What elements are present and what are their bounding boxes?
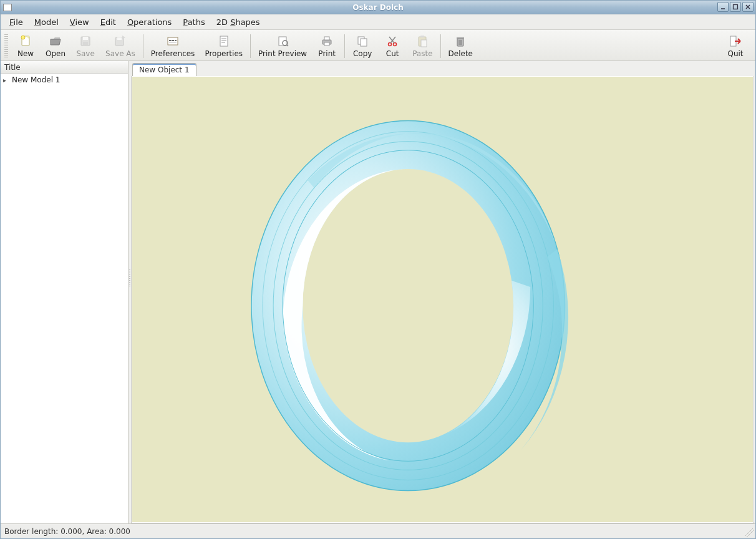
svg-rect-1: [734, 5, 738, 9]
maximize-button[interactable]: [730, 2, 741, 12]
close-icon: [745, 4, 751, 10]
paste-button: Paste: [407, 33, 437, 59]
cut-label: Cut: [386, 49, 399, 58]
preferences-icon: [166, 34, 180, 48]
svg-rect-16: [169, 42, 177, 42]
toolbar-separator-3: [344, 34, 345, 58]
svg-line-23: [287, 45, 288, 46]
open-folder-icon: [49, 34, 62, 48]
svg-rect-28: [361, 39, 367, 46]
statusbar: Border length: 0.000, Area: 0.000: [1, 523, 755, 538]
cut-button[interactable]: Cut: [377, 33, 407, 59]
menu-operations[interactable]: Operations: [122, 16, 177, 29]
svg-rect-14: [172, 40, 174, 41]
print-label: Print: [318, 49, 336, 58]
tab-strip: New Object 1: [131, 61, 755, 76]
svg-rect-15: [175, 40, 177, 41]
trash-icon: [453, 34, 467, 48]
model-tree: ▸ New Model 1: [1, 74, 128, 523]
menu-model[interactable]: Model: [29, 16, 64, 29]
app-icon: [3, 4, 12, 11]
delete-label: Delete: [448, 49, 473, 58]
copy-icon: [356, 34, 369, 48]
print-preview-label: Print Preview: [258, 49, 307, 58]
maximize-icon: [732, 4, 739, 10]
toolbar: New Open Save Save As Preferences: [1, 30, 755, 61]
tree-item-label: New Model 1: [12, 75, 60, 84]
window-controls: [717, 2, 754, 12]
svg-rect-9: [83, 42, 88, 45]
properties-button[interactable]: Properties: [200, 33, 248, 59]
save-as-label: Save As: [105, 49, 135, 58]
save-as-button: Save As: [100, 33, 140, 59]
app-window: Oskar Dolch File Model View Edit Operati…: [0, 0, 756, 539]
quit-button[interactable]: Quit: [720, 33, 750, 59]
preferences-label: Preferences: [151, 49, 195, 58]
open-label: Open: [46, 49, 65, 58]
tree-item-model[interactable]: ▸ New Model 1: [1, 75, 128, 85]
resize-grip[interactable]: [745, 528, 754, 537]
status-text: Border length: 0.000, Area: 0.000: [4, 527, 130, 536]
tab-label: New Object 1: [139, 66, 190, 74]
window-title: Oskar Dolch: [1, 3, 755, 12]
menu-paths[interactable]: Paths: [178, 16, 210, 29]
svg-rect-13: [169, 40, 172, 41]
close-button[interactable]: [742, 2, 754, 12]
save-icon: [79, 34, 92, 48]
paste-label: Paste: [412, 49, 432, 58]
properties-icon: [217, 34, 231, 48]
svg-point-43: [303, 169, 513, 442]
model-render: [132, 77, 753, 522]
properties-label: Properties: [205, 49, 243, 58]
tab-object[interactable]: New Object 1: [132, 63, 196, 76]
paste-icon: [415, 34, 429, 48]
save-label: Save: [76, 49, 94, 58]
quit-label: Quit: [727, 49, 743, 58]
menu-2d-shapes[interactable]: 2D Shapes: [211, 16, 265, 29]
save-button: Save: [70, 33, 100, 59]
minimize-button[interactable]: [717, 2, 729, 12]
new-label: New: [17, 49, 34, 58]
toolbar-separator: [143, 34, 143, 58]
toolbar-separator-4: [440, 34, 441, 58]
menubar: File Model View Edit Operations Paths 2D…: [1, 14, 755, 30]
svg-rect-34: [420, 36, 424, 37]
copy-label: Copy: [353, 49, 372, 58]
svg-rect-35: [421, 40, 427, 47]
splitter[interactable]: [128, 61, 131, 523]
printer-icon: [320, 34, 334, 48]
svg-rect-8: [83, 37, 88, 40]
open-button[interactable]: Open: [41, 33, 70, 59]
print-button[interactable]: Print: [312, 33, 342, 59]
toolbar-grip[interactable]: [4, 34, 8, 58]
print-preview-button[interactable]: Print Preview: [253, 33, 312, 59]
preferences-button[interactable]: Preferences: [146, 33, 200, 59]
exit-icon: [729, 34, 742, 48]
delete-button[interactable]: Delete: [443, 33, 478, 59]
body: Title ▸ New Model 1 New Object 1: [1, 61, 755, 523]
titlebar: Oskar Dolch: [1, 1, 755, 14]
minimize-icon: [720, 4, 726, 10]
scissors-icon: [385, 34, 399, 48]
menu-file[interactable]: File: [4, 16, 28, 29]
svg-rect-26: [324, 42, 329, 46]
tree-expand-icon[interactable]: ▸: [3, 77, 9, 84]
svg-point-6: [21, 36, 25, 39]
sidebar-column-header[interactable]: Title: [1, 61, 128, 74]
menu-edit[interactable]: Edit: [95, 16, 121, 29]
canvas-frame: [131, 76, 754, 523]
svg-rect-11: [117, 37, 122, 40]
main-area: New Object 1: [131, 61, 755, 523]
copy-button[interactable]: Copy: [347, 33, 377, 59]
new-file-icon: [19, 34, 32, 48]
menu-view[interactable]: View: [65, 16, 94, 29]
toolbar-separator-2: [250, 34, 251, 58]
new-button[interactable]: New: [11, 33, 41, 59]
viewport[interactable]: [132, 77, 753, 522]
print-preview-icon: [276, 34, 289, 48]
save-as-icon: [114, 34, 127, 48]
svg-rect-25: [324, 37, 329, 40]
sidebar: Title ▸ New Model 1: [1, 61, 128, 523]
svg-rect-17: [220, 36, 228, 46]
svg-rect-37: [457, 37, 464, 39]
